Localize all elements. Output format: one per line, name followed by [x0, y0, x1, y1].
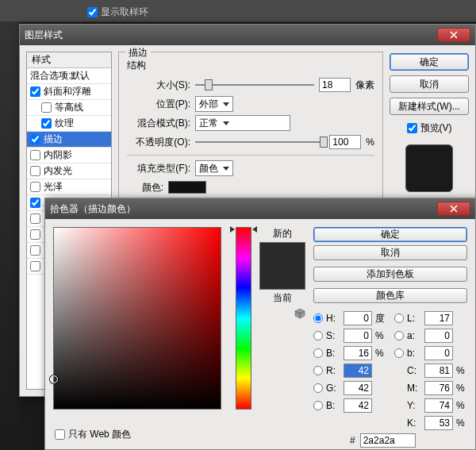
- new-style-button[interactable]: 新建样式(W)...: [390, 98, 469, 115]
- style-item[interactable]: 光泽: [27, 179, 111, 195]
- preview-thumbnail: [405, 144, 453, 192]
- current-label: 当前: [273, 291, 292, 305]
- layer-style-titlebar[interactable]: 图层样式: [20, 25, 475, 45]
- label-C: C:: [407, 365, 421, 376]
- label-S: S:: [326, 330, 340, 341]
- opacity-input[interactable]: [329, 135, 361, 149]
- close-icon[interactable]: [437, 202, 470, 216]
- input-a[interactable]: [424, 329, 453, 343]
- show-sample-ring[interactable]: 显示取样环: [87, 6, 148, 19]
- style-checkbox[interactable]: [30, 245, 40, 256]
- radio-H[interactable]: [313, 313, 323, 323]
- web-only-toggle[interactable]: 只有 Web 颜色: [55, 428, 131, 441]
- color-label: 颜色:: [127, 181, 163, 194]
- style-checkbox[interactable]: [30, 261, 40, 271]
- radio-L[interactable]: [394, 313, 404, 323]
- style-checkbox[interactable]: [30, 182, 40, 192]
- value-row-C: C:%: [394, 363, 467, 378]
- add-swatch-button[interactable]: 添加到色板: [313, 267, 467, 282]
- input-S[interactable]: [344, 329, 372, 343]
- radio-Bv[interactable]: [313, 348, 323, 358]
- style-checkbox[interactable]: [30, 198, 40, 208]
- hex-input[interactable]: [360, 433, 416, 448]
- radio-R[interactable]: [313, 366, 323, 375]
- style-label: 内发光: [44, 164, 72, 178]
- label-Bb: B:: [326, 400, 340, 411]
- current-color: [260, 266, 305, 289]
- preview-checkbox[interactable]: [407, 123, 417, 133]
- radio-a[interactable]: [394, 331, 404, 340]
- style-item[interactable]: 等高线: [27, 100, 111, 116]
- style-item[interactable]: 内阴影: [27, 148, 111, 163]
- radio-S[interactable]: [313, 331, 323, 340]
- new-label: 新的: [273, 227, 292, 240]
- color-libs-button[interactable]: 颜色库: [313, 288, 467, 303]
- saturation-value-area[interactable]: [53, 227, 221, 410]
- opacity-slider[interactable]: [195, 135, 324, 149]
- label-M: M:: [407, 383, 421, 394]
- sv-cursor: [50, 375, 58, 383]
- style-checkbox[interactable]: [30, 229, 40, 240]
- hue-slider[interactable]: [236, 227, 251, 410]
- style-item[interactable]: 斜面和浮雕: [27, 84, 111, 100]
- style-checkbox[interactable]: [30, 166, 40, 176]
- input-L[interactable]: [424, 311, 453, 325]
- input-K[interactable]: [424, 416, 453, 430]
- style-checkbox[interactable]: [41, 102, 52, 113]
- ok-button[interactable]: 确定: [313, 227, 467, 242]
- preview-toggle[interactable]: 预览(V): [390, 121, 469, 135]
- position-dropdown[interactable]: 外部: [195, 96, 233, 112]
- size-input[interactable]: [319, 78, 351, 92]
- radio-b[interactable]: [394, 348, 404, 358]
- new-current-swatch[interactable]: [259, 242, 305, 290]
- style-checkbox[interactable]: [30, 150, 40, 160]
- size-label: 大小(S):: [127, 79, 190, 92]
- style-checkbox[interactable]: [30, 134, 40, 144]
- input-C[interactable]: [424, 363, 453, 378]
- style-item[interactable]: 纹理: [27, 116, 111, 132]
- input-Y[interactable]: [424, 398, 453, 413]
- style-checkbox[interactable]: [30, 213, 40, 224]
- input-G[interactable]: [344, 381, 372, 395]
- label-G: G:: [326, 383, 340, 394]
- unit-S: %: [375, 330, 386, 341]
- structure-legend: 结构: [127, 59, 374, 72]
- cancel-button[interactable]: 取消: [313, 245, 467, 260]
- blend-options-item[interactable]: 混合选项:默认: [27, 68, 111, 84]
- ok-button[interactable]: 确定: [390, 53, 469, 71]
- style-item[interactable]: 内发光: [27, 163, 111, 179]
- style-checkbox[interactable]: [30, 87, 40, 97]
- left-sidebar-bg: [0, 22, 19, 450]
- input-Bb[interactable]: [344, 398, 372, 413]
- style-item[interactable]: 描边: [27, 132, 111, 148]
- value-row-H: H:度: [313, 311, 386, 325]
- style-label: 内阴影: [44, 148, 72, 162]
- close-icon[interactable]: [437, 28, 470, 42]
- show-sample-ring-label: 显示取样环: [101, 6, 148, 19]
- input-Bv[interactable]: [344, 346, 372, 360]
- input-b[interactable]: [424, 346, 453, 360]
- input-R[interactable]: [344, 363, 372, 378]
- value-row-M: M:%: [394, 381, 467, 395]
- blendmode-dropdown[interactable]: 正常: [195, 115, 290, 131]
- unit-M: %: [456, 383, 467, 394]
- style-label: 光泽: [44, 180, 63, 194]
- color-picker-titlebar[interactable]: 拾色器（描边颜色）: [45, 198, 475, 219]
- radio-Bb[interactable]: [313, 401, 323, 410]
- style-checkbox[interactable]: [41, 118, 52, 129]
- show-sample-ring-checkbox[interactable]: [87, 7, 98, 17]
- web-only-checkbox[interactable]: [55, 429, 65, 440]
- input-M[interactable]: [424, 381, 453, 395]
- value-row-b: b:: [394, 346, 467, 360]
- label-H: H:: [326, 313, 340, 324]
- color-picker-dialog: 拾色器（描边颜色） 新的 当前 确定 取消 添加到色: [44, 198, 476, 450]
- value-row-Bv: B:%: [313, 346, 386, 360]
- new-color: [260, 243, 305, 266]
- input-H[interactable]: [344, 311, 372, 325]
- cancel-button[interactable]: 取消: [390, 75, 469, 93]
- radio-G[interactable]: [313, 383, 323, 393]
- filltype-dropdown[interactable]: 颜色: [195, 160, 233, 176]
- stroke-color-swatch[interactable]: [168, 181, 206, 194]
- value-row-L: L:: [394, 311, 467, 325]
- size-slider[interactable]: [195, 78, 314, 92]
